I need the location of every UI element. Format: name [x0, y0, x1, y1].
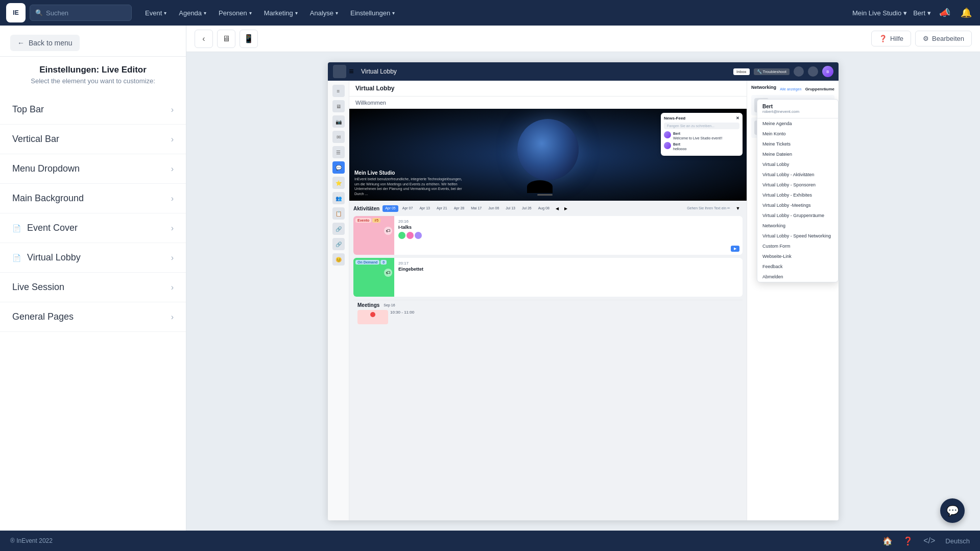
dropdown-virtual-lobby-aktivitaten[interactable]: Virtual Lobby - Aktivitäten [757, 170, 838, 180]
activity-card-2-info: 20:17 Eingebettet [394, 258, 743, 297]
live-session-chevron-icon: › [171, 283, 174, 292]
nav-marketing[interactable]: Marketing ▾ [259, 6, 303, 20]
sidebar-item-event-cover[interactable]: 📄 Event Cover › [0, 213, 186, 243]
meetings-section: Meetings Sep 16 10:30 - 11:00 [353, 300, 743, 326]
back-button[interactable]: ‹ [195, 30, 213, 48]
act-tab-5[interactable]: Apr 28 [451, 205, 467, 212]
dropdown-custom-form[interactable]: Custom Form [757, 241, 838, 251]
preview-sidebar-icon-7[interactable]: ⭐ [332, 177, 345, 189]
sidebar-back-section: ← Back to menu [0, 26, 186, 57]
nav-logo: IE [6, 3, 26, 22]
badge-on-demand: On Demand [355, 260, 379, 265]
nav-event[interactable]: Event ▾ [140, 6, 172, 20]
preview-sidebar-icon-10[interactable]: 🔗 [332, 223, 345, 235]
event-cover-chevron-icon: › [171, 224, 174, 233]
act-tab-3[interactable]: Apr 13 [417, 205, 433, 212]
sidebar-item-virtual-lobby[interactable]: 📄 Virtual Lobby › [0, 243, 186, 273]
preview-sidebar-icon-1[interactable]: ≡ [332, 85, 345, 97]
sidebar-item-general-pages[interactable]: General Pages › [0, 302, 186, 332]
nav-einstellungen[interactable]: Einstellungen ▾ [345, 6, 400, 20]
preview-sidebar-icon-6[interactable]: 💬 [332, 161, 345, 174]
activity-thumb-1: Evento #5 🏷 [353, 216, 394, 255]
back-to-menu-button[interactable]: ← Back to menu [10, 35, 80, 51]
preview-sidebar-icon-3[interactable]: 📷 [332, 115, 345, 128]
preview-troubleshoot-tab[interactable]: 🔧Troubleshoot [754, 68, 790, 75]
nav-search-box[interactable]: 🔍 Suchen [30, 5, 132, 21]
event-cover-label: Event Cover [27, 223, 78, 233]
dropdown-speed-networking[interactable]: Virtual Lobby - Speed Networking [757, 231, 838, 241]
preview-sidebar-icon-8[interactable]: 👥 [332, 192, 345, 204]
footer-language[interactable]: Deutsch [945, 537, 970, 545]
act-tab-nav-next[interactable]: ▶ [562, 205, 569, 212]
help-button[interactable]: ❓ Hilfe [871, 31, 911, 46]
sidebar-item-live-session[interactable]: Live Session › [0, 273, 186, 302]
preview-sidebar-icon-2[interactable]: 🖥 [332, 100, 345, 112]
desktop-view-button[interactable]: 🖥 [217, 30, 235, 48]
footer-help-icon[interactable]: ❓ [903, 536, 913, 546]
edit-button[interactable]: ⚙ Bearbeiten [915, 31, 972, 46]
chat-widget-button[interactable]: 💬 [940, 498, 965, 523]
dropdown-mein-konto[interactable]: Mein Konto [757, 129, 838, 139]
preview-sidebar-icon-9[interactable]: 📋 [332, 207, 345, 220]
news-feed-close-icon[interactable]: ✕ [736, 116, 739, 121]
badge-5: #5 [372, 218, 380, 223]
preview-sidebar-icon-4[interactable]: ✉ [332, 131, 345, 143]
activity-thumb-2: On Demand 0 🏷 [353, 258, 394, 297]
mobile-view-button[interactable]: 📱 [240, 30, 258, 48]
act-tab-nav-prev[interactable]: ◀ [554, 205, 561, 212]
dropdown-virtual-lobby[interactable]: Virtual Lobby [757, 159, 838, 170]
dropdown-meine-agenda[interactable]: Meine Agenda [757, 118, 838, 129]
nav-bert[interactable]: Bert ▾ [913, 9, 931, 17]
dropdown-virtual-lobby-meetings[interactable]: Virtual Lobby -Meetings [757, 200, 838, 210]
join-button-1[interactable]: ▶ [731, 246, 739, 252]
act-card-2-name: Eingebettet [398, 267, 738, 272]
sidebar-item-vertical-bar[interactable]: Vertical Bar › [0, 125, 186, 154]
nav-live-studio[interactable]: Mein Live Studio ▾ [852, 9, 907, 17]
footer-home-icon[interactable]: 🏠 [882, 536, 893, 546]
nav-analyse[interactable]: Analyse ▾ [305, 6, 343, 20]
sidebar-item-menu-dropdown[interactable]: Menu Dropdown › [0, 154, 186, 184]
dropdown-abmelden[interactable]: Abmelden [757, 272, 838, 282]
preview-news-feed: News-Feed ✕ Fangen Sie an zu schreiben..… [661, 113, 743, 156]
dropdown-webseite-link[interactable]: Webseite-Link [757, 251, 838, 261]
preview-user-avatar[interactable]: B [822, 66, 833, 77]
dropdown-virtual-lobby-exhibites[interactable]: Virtual Lobby - Exhibites [757, 190, 838, 200]
troubleshoot-icon: 🔧 [757, 69, 762, 74]
footer-code-icon[interactable]: </> [923, 536, 935, 545]
nav-agenda[interactable]: Agenda ▾ [174, 6, 211, 20]
act-tab-8[interactable]: Jul 13 [503, 205, 518, 212]
act-tab-active[interactable]: Apr 05 [383, 205, 398, 212]
dropdown-virtual-lobby-sponsoren[interactable]: Virtual Lobby - Sponsoren [757, 180, 838, 190]
nav-personen[interactable]: Personen ▾ [213, 6, 257, 20]
sidebar-item-main-background[interactable]: Main Background › [0, 184, 186, 213]
act-tab-2[interactable]: Apr 07 [400, 205, 416, 212]
megaphone-icon[interactable]: 📣 [937, 5, 952, 20]
preview-sidebar-icon-12[interactable]: 😊 [332, 253, 345, 266]
sidebar-item-top-bar[interactable]: Top Bar › [0, 95, 186, 125]
news-message-1: Bert Welcome to Live Studio event!! [664, 131, 739, 140]
alle-anzeigen-link[interactable]: Alle anzeigen [780, 87, 801, 91]
act-tab-10[interactable]: Aug 08 [536, 205, 552, 212]
act-tab-6[interactable]: Mai 17 [468, 205, 484, 212]
bert-chevron-icon: ▾ [927, 9, 931, 17]
meetings-time: 10:30 - 11:00 [390, 310, 414, 324]
news-feed-input[interactable]: Fangen Sie an zu schreiben... [664, 123, 739, 129]
dropdown-virtual-lobby-gruppenraume[interactable]: Virtual Lobby - Gruppenräume [757, 210, 838, 221]
dropdown-meine-tickets[interactable]: Meine Tickets [757, 139, 838, 149]
preview-sidebar-icon-5[interactable]: ☰ [332, 146, 345, 158]
act-avatar-2 [407, 232, 414, 239]
dropdown-networking[interactable]: Networking [757, 221, 838, 231]
preview-sidebar-icon-11[interactable]: 🔗 [332, 238, 345, 250]
silhouette-decoration [527, 180, 553, 193]
act-tab-4[interactable]: Apr 21 [434, 205, 450, 212]
preview-hero-text: Mein Live Studio InEvent bietet benutzer… [354, 170, 467, 197]
notification-bell-icon[interactable]: 🔔 [959, 5, 974, 20]
live-studio-chevron-icon: ▾ [903, 9, 907, 17]
act-tab-9[interactable]: Jul 26 [519, 205, 534, 212]
dropdown-feedback[interactable]: Feedback [757, 261, 838, 272]
act-filter-icon[interactable]: ▼ [733, 204, 743, 213]
act-tab-7[interactable]: Jun 06 [486, 205, 501, 212]
preview-inbox-tab[interactable]: Inbox [733, 68, 750, 75]
top-bar-label: Top Bar [12, 104, 44, 115]
dropdown-meine-dateien[interactable]: Meine Dateien [757, 149, 838, 159]
